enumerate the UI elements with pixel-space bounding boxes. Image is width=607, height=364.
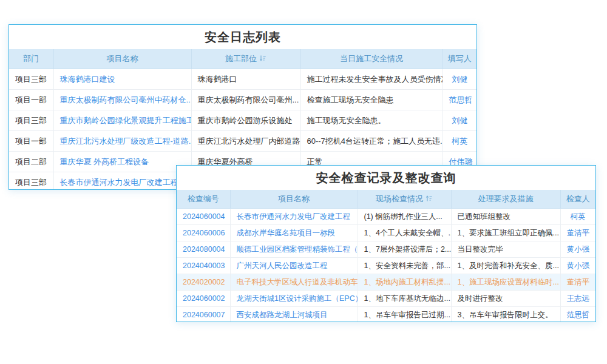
location-cell: 重庆市鹅岭公园游乐设施处: [191, 110, 300, 131]
column-header-action: 处理要求及措施: [451, 190, 560, 209]
table-row: 2024080004 顺德工业园区档案管理精装饰工程（一标段 1、7层外架搭设滞…: [177, 241, 595, 258]
action-cell: 1、及时完善和补充安全、质...: [451, 258, 560, 274]
status-cell: 施工过程未发生安全事故及人员受伤情况: [300, 69, 443, 90]
column-header-inspector: 检查人: [560, 190, 595, 209]
inspector-link[interactable]: 董清平: [560, 274, 595, 291]
action-cell: 1、要求施工班组立即正确佩...: [451, 225, 560, 241]
table-row: 2024040003 广州天河人民公园改造工程 1、安全资料未完善，部... 1…: [177, 258, 595, 274]
column-header-inspection-label: 现场检查情况: [376, 194, 423, 203]
person-link[interactable]: 刘健: [443, 110, 476, 131]
table-row: 项目一部 重庆太极制药有限公司亳州中药材仓... 重庆太极制药有限公司亳州...…: [9, 90, 476, 110]
action-cell: 3、吊车年审报告限时上交。: [451, 307, 560, 323]
project-link[interactable]: 珠海鹤港口建设: [53, 69, 191, 90]
person-link[interactable]: 柯英: [443, 131, 476, 152]
check-id-link[interactable]: 2024040003: [177, 258, 230, 274]
inspector-link[interactable]: 黄小强: [560, 241, 595, 258]
dept-cell: 项目三部: [9, 172, 53, 190]
table-row: 2024060002 龙湖天街城1区设计采购施工（EPC）总承 1、地下车库基坑…: [177, 291, 595, 307]
dept-cell: 项目一部: [9, 90, 53, 110]
table-row: 项目三部 重庆市鹅岭公园绿化景观提升工程施工 重庆市鹅岭公园游乐设施处 施工现场…: [9, 110, 476, 131]
status-cell: 施工现场无安全隐患。: [300, 110, 443, 131]
dept-cell: 项目一部: [9, 131, 53, 152]
inspection-table: 检查编号 项目名称 现场检查情况 处理要求及措施 检查人 2024060004 …: [177, 190, 595, 322]
status-cell: 60--7挖机4台运转正常；施工人员无违...: [300, 131, 443, 152]
inspector-link[interactable]: 范思哲: [560, 307, 595, 323]
table-row: 2024060006 成都水岸华庭名苑项目一标段 1、4个工人未戴安全帽、...…: [177, 225, 595, 241]
project-link[interactable]: 长春市伊通河水力发电厂改建工程: [230, 209, 358, 225]
column-header-location[interactable]: 施工部位: [191, 49, 300, 69]
safety-log-title: 安全日志列表: [9, 25, 476, 49]
column-header-check-id: 检查编号: [177, 190, 230, 209]
project-link[interactable]: 成都水岸华庭名苑项目一标段: [230, 225, 358, 241]
inspection-cell: 1、地下车库基坑无临边...: [358, 291, 451, 307]
action-cell: 及时进行整改: [451, 291, 560, 307]
person-link[interactable]: 范思哲: [443, 90, 476, 110]
table-row: 项目一部 重庆江北污水处理厂级改造工程-道路... 重庆江北污水处理厂内部道路 …: [9, 131, 476, 152]
dept-cell: 项目三部: [9, 69, 53, 90]
check-id-link[interactable]: 2024020002: [177, 274, 230, 291]
check-id-link[interactable]: 2024060004: [177, 209, 230, 225]
inspection-cell: 1、4个工人未戴安全帽、...: [358, 225, 451, 241]
project-link[interactable]: 重庆江北污水处理厂级改造工程-道路...: [53, 131, 191, 152]
project-link[interactable]: 重庆华夏 外高桥工程设备: [53, 152, 191, 172]
check-id-link[interactable]: 2024060002: [177, 291, 230, 307]
inspector-link[interactable]: 王志远: [560, 291, 595, 307]
inspection-cell: (1) 钢筋绑扎作业三人...: [358, 209, 451, 225]
table-row-highlighted: 2024020002 电子科技大学区域人行道及非机动车道工程 1、场地内施工材料…: [177, 274, 595, 291]
sort-desc-icon[interactable]: [259, 55, 266, 62]
project-link[interactable]: 重庆太极制药有限公司亳州中药材仓...: [53, 90, 191, 110]
column-header-dept: 部门: [9, 49, 53, 69]
column-header-inspection[interactable]: 现场检查情况: [358, 190, 451, 209]
location-cell: 重庆太极制药有限公司亳州...: [191, 90, 300, 110]
column-header-status: 当日施工安全情况: [300, 49, 443, 69]
table-row: 2024060007 西安成都路龙湖上河城项目 1、吊车年审报告已过期... 3…: [177, 307, 595, 323]
dept-cell: 项目三部: [9, 110, 53, 131]
project-link[interactable]: 顺德工业园区档案管理精装饰工程（一标段: [230, 241, 358, 258]
safety-log-header-row: 部门 项目名称 施工部位 当日施工安全情况 填写人: [9, 49, 476, 69]
column-header-project: 项目名称: [53, 49, 191, 69]
table-row: 2024060004 长春市伊通河水力发电厂改建工程 (1) 钢筋绑扎作业三人.…: [177, 209, 595, 225]
inspector-link[interactable]: 黄小强: [560, 258, 595, 274]
check-id-link[interactable]: 2024080004: [177, 241, 230, 258]
action-cell: 已通知班组整改: [451, 209, 560, 225]
inspection-cell: 1、吊车年审报告已过期...: [358, 307, 451, 323]
inspection-cell: 1、安全资料未完善，部...: [358, 258, 451, 274]
inspection-title: 安全检查记录及整改查询: [177, 166, 595, 190]
sort-asc-icon[interactable]: [426, 195, 433, 202]
column-header-person: 填写人: [443, 49, 476, 69]
column-header-project: 项目名称: [230, 190, 358, 209]
check-id-link[interactable]: 2024060007: [177, 307, 230, 323]
project-link[interactable]: 重庆市鹅岭公园绿化景观提升工程施工: [53, 110, 191, 131]
dept-cell: 项目二部: [9, 152, 53, 172]
column-header-location-label: 施工部位: [225, 54, 257, 63]
project-link[interactable]: 西安成都路龙湖上河城项目: [230, 307, 358, 323]
inspector-link[interactable]: 董清平: [560, 225, 595, 241]
project-link[interactable]: 龙湖天街城1区设计采购施工（EPC）总承: [230, 291, 358, 307]
inspection-header-row: 检查编号 项目名称 现场检查情况 处理要求及措施 检查人: [177, 190, 595, 209]
project-link[interactable]: 电子科技大学区域人行道及非机动车道工程: [230, 274, 358, 291]
inspection-cell: 1、场地内施工材料乱摆...: [358, 274, 451, 291]
action-cell: 当日整改完毕: [451, 241, 560, 258]
project-link[interactable]: 长春市伊通河水力发电厂改建工程: [53, 172, 191, 190]
status-cell: 检查施工现场无安全隐患: [300, 90, 443, 110]
person-link[interactable]: 刘健: [443, 69, 476, 90]
inspector-link[interactable]: 柯英: [560, 209, 595, 225]
action-cell: 1、施工现场应设置材料临时...: [451, 274, 560, 291]
table-row: 项目三部 珠海鹤港口建设 珠海鹤港口 施工过程未发生安全事故及人员受伤情况 刘健: [9, 69, 476, 90]
check-id-link[interactable]: 2024060006: [177, 225, 230, 241]
location-cell: 重庆江北污水处理厂内部道路: [191, 131, 300, 152]
inspection-cell: 1、7层外架搭设滞后；2...: [358, 241, 451, 258]
location-cell: 珠海鹤港口: [191, 69, 300, 90]
inspection-panel: 安全检查记录及整改查询 检查编号 项目名称 现场检查情况 处理要求及措施 检查人…: [176, 165, 596, 322]
project-link[interactable]: 广州天河人民公园改造工程: [230, 258, 358, 274]
